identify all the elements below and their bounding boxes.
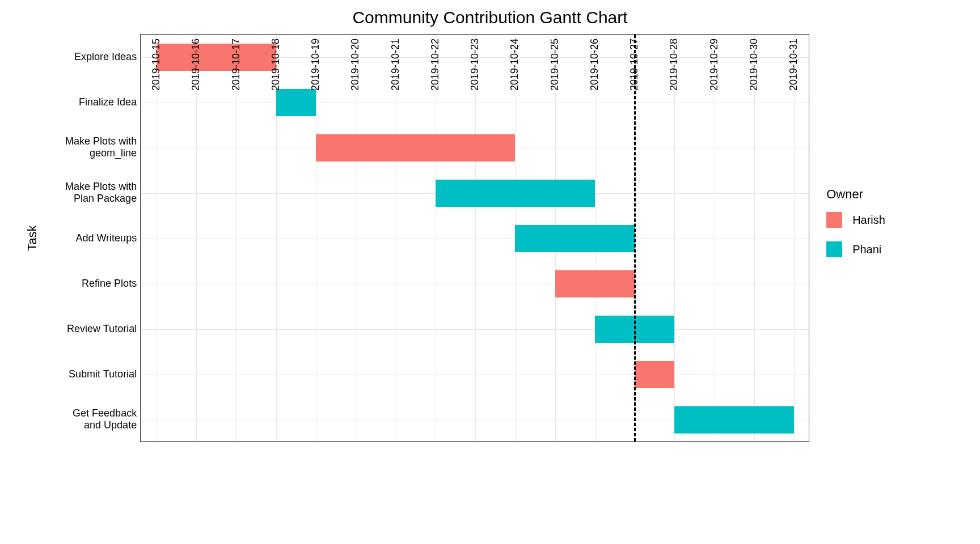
legend-swatch — [826, 241, 842, 257]
x-tick-label: 2019-10-17 — [230, 34, 242, 91]
x-tick-mark — [157, 441, 157, 442]
y-tick-label: Review Tutorial — [38, 323, 137, 335]
chart-container: Community Contribution Gantt Chart Task … — [0, 0, 980, 544]
x-tick-mark — [475, 441, 476, 442]
x-tick-label: 2019-10-23 — [469, 34, 481, 91]
gantt-bar — [555, 270, 635, 298]
x-tick-label: 2019-10-26 — [588, 34, 600, 91]
x-tick-label: 2019-10-21 — [389, 34, 401, 91]
gantt-bar — [157, 44, 276, 71]
gantt-bar — [674, 406, 794, 434]
x-tick-label: 2019-10-18 — [269, 34, 281, 91]
x-tick-mark — [356, 441, 356, 442]
x-tick-label: 2019-10-29 — [708, 34, 720, 91]
y-tick-mark — [140, 57, 141, 58]
y-axis-label: Task — [25, 225, 40, 250]
legend-item: Harish — [826, 212, 957, 228]
x-tick-label: 2019-10-30 — [747, 34, 759, 91]
y-tick-mark — [140, 420, 141, 420]
y-tick-label: Get Feedback and Update — [38, 407, 137, 431]
x-tick-label: 2019-10-28 — [668, 34, 680, 91]
x-tick-label: 2019-10-20 — [349, 34, 361, 91]
x-tick-mark — [436, 441, 436, 442]
y-tick-mark — [140, 193, 141, 194]
x-tick-label: 2019-10-31 — [788, 34, 800, 91]
gridline-vertical — [356, 35, 356, 441]
y-tick-mark — [140, 148, 141, 148]
gantt-bar — [635, 361, 674, 388]
y-tick-mark — [140, 329, 141, 330]
y-tick-label: Explore Ideas — [38, 51, 137, 63]
y-tick-mark — [140, 284, 141, 284]
x-tick-label: 2019-10-22 — [429, 34, 441, 91]
x-tick-mark — [715, 441, 715, 442]
x-tick-label: 2019-10-27 — [628, 34, 640, 91]
gridline-vertical — [236, 35, 237, 441]
gridline-horizontal — [141, 103, 809, 103]
x-tick-label: 2019-10-24 — [509, 34, 521, 91]
legend-items: HarishPhani — [826, 212, 957, 257]
x-tick-mark — [396, 441, 396, 442]
legend-label: Phani — [852, 243, 881, 256]
gridline-vertical — [715, 35, 715, 441]
x-tick-mark — [555, 441, 556, 442]
gantt-bar — [276, 89, 316, 116]
plot-panel — [140, 34, 809, 442]
x-tick-mark — [674, 441, 675, 442]
reference-vline — [634, 35, 636, 441]
chart-title: Community Contribution Gantt Chart — [23, 8, 957, 27]
legend-item: Phani — [826, 241, 957, 257]
x-tick-mark — [515, 441, 516, 442]
y-tick-label: Finalize Idea — [38, 96, 137, 108]
gridline-vertical — [316, 35, 316, 441]
y-tick-mark — [140, 103, 141, 103]
gridline-horizontal — [141, 329, 809, 330]
x-tick-mark — [635, 441, 635, 442]
gridline-vertical — [196, 35, 197, 441]
x-tick-mark — [595, 441, 595, 442]
x-tick-label: 2019-10-16 — [190, 34, 202, 91]
y-tick-label: Refine Plots — [38, 278, 137, 290]
y-axis-ticks: Explore IdeasFinalize IdeaMake Plots wit… — [42, 34, 140, 442]
gridline-vertical — [157, 35, 157, 441]
gridline-vertical — [436, 35, 436, 441]
gridline-vertical — [475, 35, 476, 441]
gantt-bar — [436, 180, 595, 207]
gridline-horizontal — [141, 375, 809, 375]
x-tick-mark — [236, 441, 237, 442]
x-tick-label: 2019-10-25 — [548, 34, 560, 91]
y-tick-mark — [140, 375, 141, 375]
gridline-horizontal — [141, 284, 809, 284]
x-tick-label: 2019-10-19 — [310, 34, 322, 91]
gantt-bar — [515, 225, 635, 252]
y-tick-label: Submit Tutorial — [38, 368, 137, 380]
gantt-bar — [316, 134, 515, 162]
plot-area-col: 2019-10-152019-10-162019-10-172019-10-18… — [140, 34, 809, 442]
chart-row: Task Explore IdeasFinalize IdeaMake Plot… — [23, 34, 957, 442]
legend-label: Harish — [852, 214, 885, 227]
gridline-vertical — [674, 35, 675, 441]
y-tick-label: Make Plots with geom_line — [38, 135, 137, 159]
x-tick-mark — [794, 441, 795, 442]
x-tick-mark — [754, 441, 755, 442]
x-tick-mark — [196, 441, 197, 442]
y-tick-label: Make Plots with Plan Package — [38, 181, 137, 204]
legend-swatch — [826, 212, 842, 228]
y-tick-mark — [140, 239, 141, 239]
x-tick-label: 2019-10-15 — [150, 34, 162, 91]
x-tick-mark — [276, 441, 277, 442]
gridline-vertical — [396, 35, 396, 441]
y-tick-label: Add Writeups — [38, 232, 137, 244]
legend-title: Owner — [826, 187, 957, 202]
x-tick-mark — [316, 441, 316, 442]
gridline-vertical — [754, 35, 755, 441]
gridline-horizontal — [141, 239, 809, 239]
gridline-vertical — [794, 35, 795, 441]
legend: Owner HarishPhani — [809, 34, 957, 271]
